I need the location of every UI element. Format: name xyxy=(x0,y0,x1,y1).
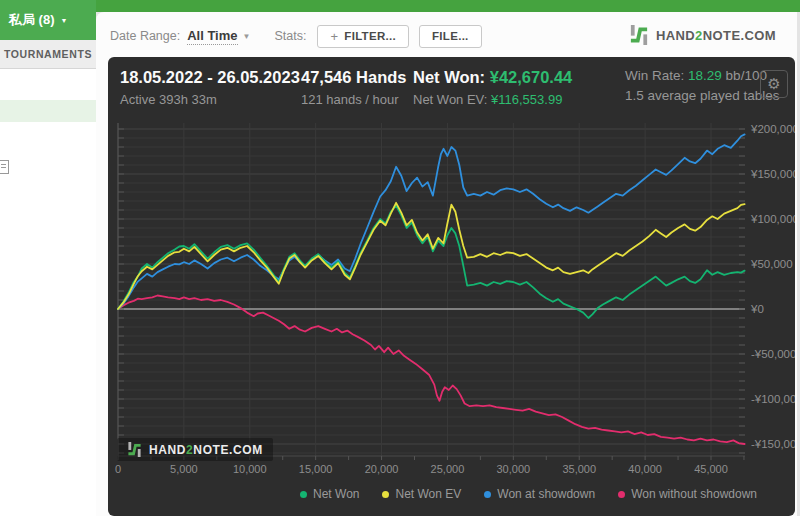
filter-button[interactable]: + FILTER... xyxy=(317,25,409,48)
y-tick-label: ¥200,000 xyxy=(750,123,795,135)
app-window: 私局 (8) ▼ TOURNAMENTS Date Range: All Tim… xyxy=(0,0,800,516)
x-tick-label: 30,000 xyxy=(497,463,531,475)
hand2note-logo-icon xyxy=(127,442,142,457)
y-tick-label: -¥150,000 xyxy=(751,438,795,450)
y-tick-label: ¥50,000 xyxy=(750,258,793,270)
top-accent-bar xyxy=(0,0,800,12)
tab-tournaments[interactable]: TOURNAMENTS xyxy=(0,40,96,69)
hand2note-logo-icon xyxy=(629,25,649,45)
chevron-down-icon[interactable]: ▼ xyxy=(243,32,251,41)
x-tick-label: 15,000 xyxy=(299,463,333,475)
x-tick-label: 25,000 xyxy=(431,463,465,475)
chart-watermark: HAND2NOTE.COM xyxy=(117,438,273,461)
legend-dot xyxy=(618,491,625,498)
date-range-select[interactable]: All Time xyxy=(187,28,237,45)
sidebar-account-dropdown[interactable]: 私局 (8) ▼ xyxy=(0,0,96,40)
x-tick-label: 5,000 xyxy=(170,463,198,475)
x-tick-label: 40,000 xyxy=(628,463,662,475)
legend-label: Net Won EV xyxy=(395,487,461,501)
brand-logo: HAND2NOTE.COM xyxy=(629,25,776,45)
y-tick-label: ¥100,000 xyxy=(750,213,795,225)
x-tick-label: 45,000 xyxy=(694,463,728,475)
brand-logo-text: HAND2NOTE.COM xyxy=(656,28,776,43)
y-tick-label: -¥50,000 xyxy=(751,348,795,360)
legend-dot xyxy=(300,491,307,498)
x-tick-label: 0 xyxy=(115,463,121,475)
legend-label: Net Won xyxy=(313,487,359,501)
y-tick-label: -¥100,000 xyxy=(751,393,795,405)
legend-dot xyxy=(484,491,491,498)
file-button-label: FILE... xyxy=(432,30,469,42)
y-tick-label: ¥0 xyxy=(750,303,764,315)
legend-item-won-without-showdown[interactable]: Won without showdown xyxy=(618,487,757,501)
legend-item-net-won-ev[interactable]: Net Won EV xyxy=(382,487,461,501)
x-tick-label: 35,000 xyxy=(562,463,596,475)
plus-icon: + xyxy=(330,29,338,44)
toolbar: Date Range: All Time ▼ Stats: + FILTER..… xyxy=(110,23,492,49)
x-tick-label: 10,000 xyxy=(233,463,267,475)
chart-legend: Net WonNet Won EVWon at showdownWon with… xyxy=(300,487,757,501)
legend-label: Won without showdown xyxy=(631,487,757,501)
sidebar: 私局 (8) ▼ TOURNAMENTS xyxy=(0,0,96,516)
sidebar-account-label: 私局 (8) xyxy=(9,11,55,29)
legend-label: Won at showdown xyxy=(497,487,595,501)
stats-label: Stats: xyxy=(274,29,306,43)
watermark-text: HAND2NOTE.COM xyxy=(149,443,263,457)
chevron-down-icon: ▼ xyxy=(61,17,68,24)
sidebar-selected-row[interactable] xyxy=(0,100,96,122)
chart-panel: 18.05.2022 - 26.05.2023 Active 393h 33m … xyxy=(108,57,795,516)
sidebar-clipped-icon xyxy=(0,160,9,174)
main-card: Date Range: All Time ▼ Stats: + FILTER..… xyxy=(96,12,797,516)
file-button[interactable]: FILE... xyxy=(419,25,482,48)
legend-dot xyxy=(382,491,389,498)
y-tick-label: ¥150,000 xyxy=(750,168,795,180)
date-range-label: Date Range: xyxy=(110,29,180,43)
series-line-won-at-showdown xyxy=(118,134,745,309)
filter-button-label: FILTER... xyxy=(344,30,396,42)
legend-item-won-at-showdown[interactable]: Won at showdown xyxy=(484,487,595,501)
x-tick-label: 20,000 xyxy=(365,463,399,475)
legend-item-net-won[interactable]: Net Won xyxy=(300,487,359,501)
